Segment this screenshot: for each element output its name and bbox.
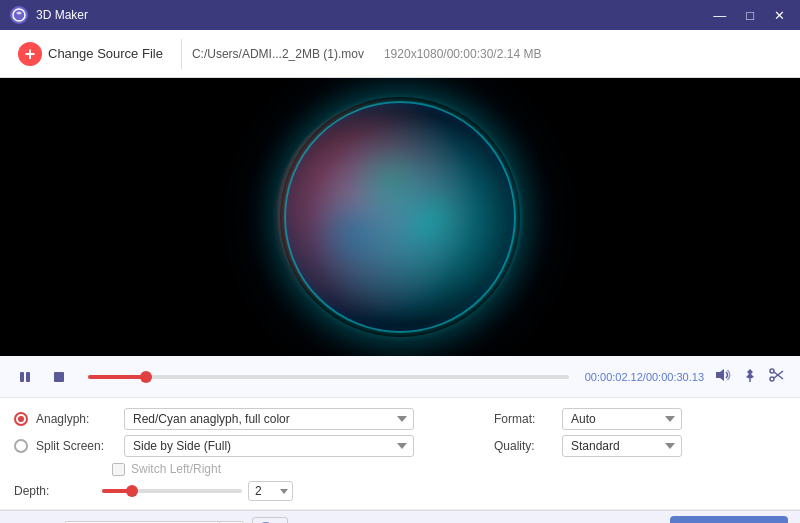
- player-controls: 00:00:02.12/00:00:30.13: [0, 356, 800, 398]
- depth-thumb: [126, 485, 138, 497]
- svg-point-0: [13, 9, 25, 21]
- progress-bar[interactable]: [88, 375, 569, 379]
- progress-fill: [88, 375, 146, 379]
- change-source-label: Change Source File: [48, 46, 163, 61]
- svg-line-8: [774, 372, 783, 379]
- player-right-icons: [712, 365, 788, 388]
- depth-slider[interactable]: [102, 489, 242, 493]
- svg-point-6: [770, 369, 774, 373]
- change-source-button[interactable]: + Change Source File: [10, 37, 171, 71]
- format-setting: Format: Auto MP4 MOV AVI MKV: [494, 408, 786, 430]
- svg-rect-3: [54, 372, 64, 382]
- anaglyph-setting: Anaglyph: Red/Cyan anaglyph, full color …: [14, 408, 494, 430]
- volume-button[interactable]: [712, 365, 734, 388]
- toolbar-separator: [181, 39, 182, 69]
- app-icon: [10, 6, 28, 24]
- anaglyph-label: Anaglyph:: [36, 412, 116, 426]
- generate-3d-button[interactable]: Generate 3D: [670, 516, 788, 523]
- preview-area: [0, 78, 800, 356]
- pin-button[interactable]: [740, 365, 760, 388]
- svg-rect-1: [20, 372, 24, 382]
- quality-select[interactable]: Standard High Lossless: [562, 435, 682, 457]
- depth-slider-container: 2 1 3 4 5: [102, 481, 293, 501]
- settings-col-right: Format: Auto MP4 MOV AVI MKV Quality: St…: [494, 408, 786, 462]
- svg-rect-2: [26, 372, 30, 382]
- anaglyph-radio[interactable]: [14, 412, 28, 426]
- bottom-bar: Save to: ▼ Generate 3D: [0, 510, 800, 523]
- settings-col-left: Anaglyph: Red/Cyan anaglyph, full color …: [14, 408, 494, 501]
- glow-ring: [284, 101, 516, 333]
- toolbar: + Change Source File C:/Users/ADMI...2_2…: [0, 30, 800, 78]
- globe-container: [285, 102, 515, 332]
- title-bar: 3D Maker — □ ✕: [0, 0, 800, 30]
- pause-button[interactable]: [12, 364, 38, 390]
- split-screen-setting: Split Screen: Side by Side (Full) Side b…: [14, 435, 494, 457]
- switch-leftright-checkbox[interactable]: [112, 463, 125, 476]
- stop-button[interactable]: [46, 364, 72, 390]
- minimize-button[interactable]: —: [708, 7, 731, 24]
- depth-select[interactable]: 2 1 3 4 5: [248, 481, 293, 501]
- switch-leftright-item: Switch Left/Right: [112, 462, 494, 476]
- format-label: Format:: [494, 412, 554, 426]
- app-title: 3D Maker: [36, 8, 708, 22]
- quality-setting: Quality: Standard High Lossless: [494, 435, 786, 457]
- progress-thumb: [140, 371, 152, 383]
- scissors-button[interactable]: [766, 365, 788, 388]
- switch-leftright-label: Switch Left/Right: [131, 462, 221, 476]
- window-controls: — □ ✕: [708, 7, 790, 24]
- depth-row: Depth: 2 1 3 4 5: [14, 481, 494, 501]
- close-button[interactable]: ✕: [769, 7, 790, 24]
- depth-fill: [102, 489, 132, 493]
- settings-area: Anaglyph: Red/Cyan anaglyph, full color …: [0, 398, 800, 510]
- svg-line-9: [774, 371, 783, 378]
- split-screen-label: Split Screen:: [36, 439, 116, 453]
- anaglyph-select[interactable]: Red/Cyan anaglyph, full color Red/Cyan a…: [124, 408, 414, 430]
- file-meta: 1920x1080/00:00:30/2.14 MB: [384, 47, 541, 61]
- file-name: C:/Users/ADMI...2_2MB (1).mov: [192, 47, 364, 61]
- split-screen-radio[interactable]: [14, 439, 28, 453]
- svg-marker-4: [716, 369, 724, 381]
- folder-button[interactable]: [252, 517, 288, 523]
- maximize-button[interactable]: □: [741, 7, 759, 24]
- time-display: 00:00:02.12/00:00:30.13: [585, 371, 704, 383]
- format-select[interactable]: Auto MP4 MOV AVI MKV: [562, 408, 682, 430]
- settings-columns: Anaglyph: Red/Cyan anaglyph, full color …: [14, 408, 786, 501]
- quality-label: Quality:: [494, 439, 554, 453]
- split-screen-select[interactable]: Side by Side (Full) Side by Side (Half W…: [124, 435, 414, 457]
- depth-label: Depth:: [14, 484, 94, 498]
- svg-point-7: [770, 377, 774, 381]
- plus-circle-icon: +: [18, 42, 42, 66]
